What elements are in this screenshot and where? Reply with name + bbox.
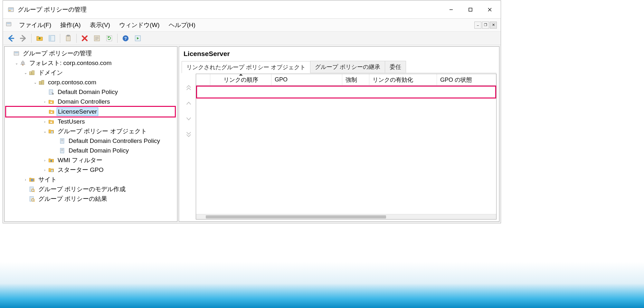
tree-root[interactable]: グループ ポリシーの管理 [6,49,176,58]
svg-rect-11 [66,35,71,41]
expander-open-icon[interactable]: ⌄ [42,129,48,134]
tab-delegation[interactable]: 委任 [385,61,406,73]
tree-modeling-label: グループ ポリシーのモデル作成 [37,185,127,194]
move-bottom-button[interactable] [184,130,194,139]
ou-folder-icon [48,98,55,105]
show-tree-button[interactable] [46,33,57,44]
expander-closed-icon[interactable]: › [23,178,28,182]
gpmc-icon [13,50,20,57]
tree-gpo-container[interactable]: ⌄ グループ ポリシー オブジェクト [6,126,176,136]
tree-ddcp-label: Default Domain Controllers Policy [68,137,161,145]
tab-linked-gpos[interactable]: リンクされたグループ ポリシー オブジェクト [182,61,310,73]
close-button[interactable] [480,1,499,18]
menu-help[interactable]: ヘルプ(H) [164,20,200,31]
gpo-link-icon [48,89,55,96]
tree-test-users-label: TestUsers [57,118,86,126]
gpo-links-table[interactable]: リンクの順序 GPO 強制 リンクの有効化 GPO の状態 [196,74,497,219]
svg-text:?: ? [124,36,127,41]
svg-rect-2 [9,10,11,11]
clipboard-button[interactable] [63,33,74,44]
sites-icon [28,176,35,183]
scrollbar-thumb[interactable] [206,215,386,219]
help-button[interactable]: ? [120,33,131,44]
column-gpo[interactable]: GPO [271,74,342,85]
up-folder-button[interactable] [34,33,45,44]
svg-rect-23 [22,64,23,65]
column-link-enabled[interactable]: リンクの有効化 [369,74,437,85]
menu-file[interactable]: ファイル(F) [14,20,56,31]
table-body[interactable] [196,86,496,214]
tree-domain[interactable]: ⌄ corp.contoso.com [6,78,176,87]
ou-folder-icon [48,118,55,125]
mdi-minimize-button[interactable]: – [474,22,481,29]
svg-rect-27 [33,72,33,72]
tree-modeling[interactable]: グループ ポリシーのモデル作成 [6,184,176,194]
tree-ddcp[interactable]: Default Domain Controllers Policy [6,136,176,146]
svg-rect-30 [49,90,53,95]
mdi-restore-button[interactable]: ❐ [482,22,489,29]
menu-view[interactable]: 表示(V) [85,20,115,31]
expander-closed-icon[interactable]: › [42,168,48,172]
move-top-button[interactable] [184,83,194,92]
svg-rect-12 [67,35,69,36]
forest-icon [19,60,26,67]
expander-open-icon[interactable]: ⌄ [32,80,38,85]
toolbar-separator [117,34,118,43]
column-enforced[interactable]: 強制 [342,74,369,85]
svg-rect-42 [31,179,33,181]
column-gpo-status[interactable]: GPO の状態 [437,74,496,85]
svg-rect-10 [49,35,51,41]
tree-domain-controllers[interactable]: › Domain Controllers [6,97,176,107]
expander-open-icon[interactable]: ⌄ [14,61,19,65]
mdi-close-button[interactable]: ✕ [490,22,497,29]
tree-starter[interactable]: › スターター GPO [6,165,176,175]
tree-license-server[interactable]: LicenseServer [6,107,175,117]
expander-closed-icon[interactable]: › [42,120,48,124]
tree-pane[interactable]: グループ ポリシーの管理 ⌄ フォレスト: corp.contoso.com ⌄… [4,46,177,222]
delete-button[interactable] [79,33,90,44]
tree-sites[interactable]: › サイト [6,175,176,184]
minimize-button[interactable] [441,1,461,18]
refresh-button[interactable] [104,33,115,44]
table-header: リンクの順序 GPO 強制 リンクの有効化 GPO の状態 [196,74,496,86]
tree-results[interactable]: グループ ポリシーの結果 [6,194,176,204]
move-down-button[interactable] [184,114,194,123]
tree-sites-label: サイト [37,175,58,184]
move-up-button[interactable] [184,99,194,108]
svg-rect-24 [30,72,32,75]
menu-app-icon [5,21,12,29]
tree-wmi[interactable]: › WMI フィルター [6,155,176,165]
horizontal-scrollbar[interactable] [196,214,496,219]
menu-window[interactable]: ウィンドウ(W) [115,20,164,31]
svg-rect-28 [39,81,42,85]
svg-rect-4 [469,8,472,11]
tree-domain-label: corp.contoso.com [47,79,97,86]
forward-button[interactable] [18,33,29,44]
svg-rect-31 [50,101,52,103]
svg-rect-34 [51,131,53,133]
tree-starter-label: スターター GPO [57,165,105,174]
expander-open-icon[interactable]: ⌄ [23,71,28,75]
tree-forest[interactable]: ⌄ フォレスト: corp.contoso.com [6,58,176,68]
tree-test-users[interactable]: › TestUsers [6,117,176,126]
gpo-icon [59,137,66,145]
expander-closed-icon[interactable]: › [42,100,48,104]
properties-button[interactable] [91,33,102,44]
menu-action[interactable]: 操作(A) [56,20,85,31]
svg-rect-1 [9,8,13,9]
tree-default-domain-policy[interactable]: Default Domain Policy [6,87,176,97]
tab-inheritance[interactable]: グループ ポリシーの継承 [310,61,385,73]
toolbar-separator [60,34,60,43]
tree-ddp-gpo[interactable]: Default Domain Policy [6,146,176,155]
column-blank[interactable] [196,74,210,85]
column-link-order[interactable]: リンクの順序 [210,74,271,85]
wmi-folder-icon [48,157,55,164]
svg-rect-8 [7,23,11,24]
expander-closed-icon[interactable]: › [42,158,48,162]
tree-domains[interactable]: ⌄ ドメイン [6,68,176,78]
run-button[interactable] [132,33,143,44]
maximize-button[interactable] [461,1,480,18]
svg-rect-32 [51,111,53,113]
highlight-annotation [196,86,496,98]
back-button[interactable] [5,33,16,44]
